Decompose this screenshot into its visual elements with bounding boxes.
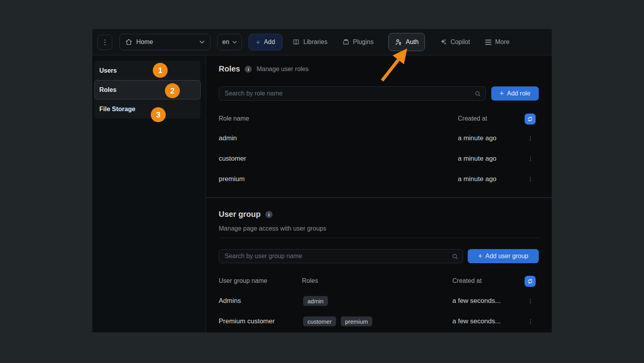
user-group-name: Premium customer — [219, 317, 275, 325]
chevron-down-icon — [199, 40, 205, 44]
roles-title: Roles — [219, 64, 240, 73]
column-header-created-at: Created at — [458, 115, 487, 122]
info-icon[interactable] — [245, 66, 252, 73]
refresh-icon — [527, 279, 533, 284]
step-badge-1: 1 — [153, 63, 168, 78]
user-group-row: Premium customer customer premium a few … — [206, 314, 552, 329]
column-header-role-name: Role name — [219, 115, 249, 122]
nav-item-libraries[interactable]: Libraries — [293, 38, 327, 46]
user-group-search — [219, 249, 463, 263]
header-divider — [219, 238, 539, 238]
screenshot-stage: Home en + Add Libraries Plugins — [0, 0, 644, 363]
sidebar-item-label: Users — [99, 67, 117, 74]
user-group-description: Manage page access with user groups — [219, 225, 326, 232]
role-row: premium a minute ago — [206, 171, 552, 187]
nav-item-copilot[interactable]: Copilot — [440, 38, 470, 46]
search-icon — [452, 253, 458, 260]
add-user-group-label: Add user group — [485, 253, 528, 260]
info-icon[interactable] — [265, 211, 273, 218]
role-menu-button[interactable] — [526, 151, 535, 167]
plus-icon: + — [478, 253, 483, 260]
page-selector[interactable]: Home — [119, 34, 210, 50]
step-badge-3: 3 — [151, 107, 166, 122]
role-chip: admin — [303, 296, 328, 306]
role-row: admin a minute ago — [206, 130, 552, 146]
roles-search — [219, 86, 486, 101]
nav-label: Libraries — [303, 38, 327, 46]
kebab-icon — [528, 176, 533, 182]
role-name: customer — [219, 155, 246, 163]
role-created-at: a minute ago — [458, 134, 496, 142]
sidebar-item-file-storage[interactable]: File Storage — [94, 99, 201, 119]
role-chip: premium — [341, 317, 372, 326]
language-selector[interactable]: en — [217, 34, 242, 50]
section-divider — [206, 197, 552, 198]
search-icon — [474, 90, 481, 97]
topnav: Libraries Plugins Auth Copilot More — [293, 33, 509, 51]
roles-description: Manage user roles — [256, 66, 309, 73]
nav-item-plugins[interactable]: Plugins — [342, 38, 373, 46]
roles-search-input[interactable] — [219, 86, 486, 101]
menu-icon — [485, 39, 492, 45]
column-header-created-at: Created at — [452, 277, 482, 284]
nav-label: More — [495, 38, 509, 46]
user-group-created-at: a few seconds... — [452, 297, 501, 305]
plugin-icon — [342, 38, 349, 46]
role-row: customer a minute ago — [206, 151, 552, 167]
kebab-icon — [528, 319, 533, 324]
user-group-search-input[interactable] — [219, 249, 463, 263]
language-selector-label: en — [222, 38, 229, 46]
user-group-menu-button[interactable] — [526, 314, 535, 329]
role-menu-button[interactable] — [526, 130, 535, 146]
nav-label: Plugins — [353, 38, 373, 46]
user-group-title: User group — [219, 210, 261, 219]
nav-label: Auth — [406, 38, 419, 46]
role-chips: customer premium — [303, 317, 372, 326]
kebab-icon — [102, 39, 108, 46]
step-badge-2: 2 — [165, 83, 180, 98]
nav-label: Copilot — [450, 38, 470, 46]
column-header-user-group-name: User group name — [219, 277, 267, 284]
roles-refresh-button[interactable] — [525, 114, 536, 125]
sidebar-item-label: File Storage — [99, 106, 135, 113]
user-group-menu-button[interactable] — [526, 293, 535, 309]
user-group-header: User group — [219, 210, 273, 219]
kebab-icon — [528, 156, 533, 161]
sidebar-menu: Users Roles File Storage — [94, 61, 201, 119]
sidebar-item-label: Roles — [99, 86, 117, 94]
main-content: Roles Manage user roles + Add role Role … — [206, 56, 552, 332]
chevron-down-icon — [232, 41, 237, 44]
column-header-roles: Roles — [302, 277, 318, 284]
kebab-icon — [528, 298, 533, 304]
add-role-button[interactable]: + Add role — [491, 86, 539, 101]
role-menu-button[interactable] — [526, 171, 535, 187]
home-icon — [125, 38, 132, 46]
sparkles-icon — [440, 38, 447, 46]
role-created-at: a minute ago — [458, 155, 496, 163]
user-group-created-at: a few seconds... — [452, 317, 501, 325]
user-group-name: Admins — [219, 297, 241, 305]
plus-icon: + — [256, 38, 260, 46]
add-user-group-button[interactable]: + Add user group — [468, 249, 539, 263]
overflow-menu-button[interactable] — [97, 35, 112, 50]
add-role-label: Add role — [507, 90, 531, 97]
plus-icon: + — [499, 90, 504, 97]
user-group-refresh-button[interactable] — [525, 276, 536, 287]
user-group-row: Admins admin a few seconds... — [206, 293, 552, 309]
user-key-icon — [395, 38, 402, 46]
role-name: admin — [219, 134, 237, 142]
topbar: Home en + Add Libraries Plugins — [92, 29, 552, 55]
add-button-label: Add — [264, 38, 275, 46]
page-selector-label: Home — [136, 38, 153, 46]
nav-item-auth[interactable]: Auth — [388, 33, 425, 51]
role-name: premium — [219, 175, 245, 183]
book-icon — [293, 38, 300, 46]
sidebar-item-roles[interactable]: Roles — [94, 80, 201, 99]
add-button[interactable]: + Add — [249, 34, 283, 50]
sidebar: Users Roles File Storage — [92, 56, 206, 332]
kebab-icon — [528, 136, 533, 141]
sidebar-item-users[interactable]: Users — [94, 61, 201, 80]
nav-item-more[interactable]: More — [485, 38, 509, 46]
roles-header: Roles Manage user roles — [219, 64, 309, 73]
refresh-icon — [527, 116, 533, 122]
